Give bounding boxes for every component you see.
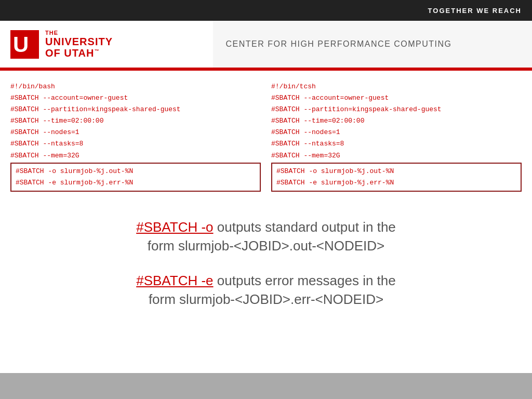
left-line-1: #!/bin/bash: [10, 81, 261, 92]
logo-university: UNIVERSITY: [45, 36, 113, 47]
right-line-7: #SBATCH --mem=32G: [271, 150, 522, 162]
left-line-2: #SBATCH --account=owner-guest: [10, 92, 261, 104]
desc-text-1: #SBATCH -o outputs standard output in th…: [42, 218, 490, 256]
header-title: CENTER FOR HIGH PERFORMANCE COMPUTING: [145, 39, 532, 49]
left-code-box: #SBATCH -o slurmjob-%j.out-%N #SBATCH -e…: [10, 163, 261, 192]
footer: [0, 373, 532, 399]
utah-u-logo: U: [10, 30, 39, 59]
logo-area: U THE UNIVERSITY OF UTAH™: [0, 30, 145, 59]
left-code-column: #!/bin/bash #SBATCH --account=owner-gues…: [10, 81, 261, 192]
left-line-4: #SBATCH --time=02:00:00: [10, 115, 261, 127]
left-line-5: #SBATCH --nodes=1: [10, 127, 261, 138]
right-line-4: #SBATCH --time=02:00:00: [271, 115, 522, 127]
logo-text: THE UNIVERSITY OF UTAH™: [45, 30, 113, 59]
right-line-6: #SBATCH --ntasks=8: [271, 138, 522, 150]
desc-block-2: #SBATCH -e outputs error messages in the…: [42, 271, 490, 309]
right-highlighted-1: #SBATCH -o slurmjob-%j.out-%N: [276, 166, 516, 177]
left-line-3: #SBATCH --partition=kingspeak-shared-gue…: [10, 104, 261, 115]
header: U THE UNIVERSITY OF UTAH™ CENTER FOR HIG…: [0, 21, 532, 68]
desc-highlight-2: #SBATCH -e: [136, 273, 213, 288]
svg-text:U: U: [13, 32, 29, 57]
code-columns: #!/bin/bash #SBATCH --account=owner-gues…: [10, 81, 522, 192]
right-line-5: #SBATCH --nodes=1: [271, 127, 522, 138]
right-line-3: #SBATCH --partition=kingspeak-shared-gue…: [271, 104, 522, 115]
right-highlighted-2: #SBATCH -e slurmjob-%j.err-%N: [276, 177, 516, 189]
right-code-column: #!/bin/tcsh #SBATCH --account=owner-gues…: [271, 81, 522, 192]
right-code-box: #SBATCH -o slurmjob-%j.out-%N #SBATCH -e…: [271, 163, 522, 192]
main-content: #!/bin/bash #SBATCH --account=owner-gues…: [0, 71, 532, 335]
left-highlighted-2: #SBATCH -e slurmjob-%j.err-%N: [16, 177, 256, 189]
description-section: #SBATCH -o outputs standard output in th…: [10, 207, 522, 335]
right-line-2: #SBATCH --account=owner-guest: [271, 92, 522, 104]
logo-ofutah: OF UTAH™: [45, 47, 113, 59]
desc-highlight-1: #SBATCH -o: [136, 219, 213, 235]
desc-text-2: #SBATCH -e outputs error messages in the…: [42, 271, 490, 309]
desc-block-1: #SBATCH -o outputs standard output in th…: [42, 218, 490, 256]
left-line-7: #SBATCH --mem=32G: [10, 150, 261, 162]
top-bar: TOGETHER WE REACH: [0, 0, 532, 21]
tagline: TOGETHER WE REACH: [428, 7, 522, 15]
left-highlighted-1: #SBATCH -o slurmjob-%j.out-%N: [16, 166, 256, 177]
logo-the: THE: [45, 30, 113, 36]
left-line-6: #SBATCH --ntasks=8: [10, 138, 261, 150]
right-line-1: #!/bin/tcsh: [271, 81, 522, 92]
